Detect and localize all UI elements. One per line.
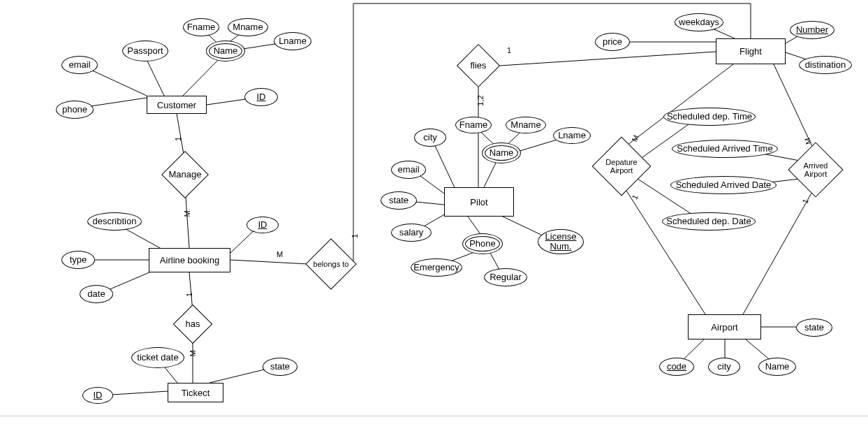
card-flies-1: 1 — [507, 46, 511, 54]
label: Lname — [558, 131, 586, 140]
label: ticket date — [137, 353, 178, 363]
entity-pilot: Pilot — [444, 187, 514, 217]
attr-pilot-regular: Regular — [484, 268, 527, 286]
attr-pilot-city: city — [414, 129, 446, 147]
svg-line-44 — [743, 186, 816, 314]
label: Scheduled dep. Time — [667, 112, 752, 122]
attr-airport-code: code — [659, 358, 694, 376]
attr-pilot-name: Name — [482, 143, 521, 163]
label: phone — [62, 105, 87, 115]
card-belongsto-m: M — [277, 250, 283, 258]
label: Regular — [490, 272, 522, 282]
svg-line-36 — [500, 52, 716, 66]
label: Number — [796, 25, 828, 35]
label: city — [423, 133, 437, 143]
label: price — [603, 37, 622, 47]
label: weekdays — [679, 17, 719, 27]
attr-pilot-email: email — [391, 161, 426, 179]
label: state — [270, 362, 290, 372]
label: Phone — [469, 239, 496, 249]
label: Name — [490, 148, 514, 158]
card-has-m: M — [189, 350, 197, 356]
attr-pilot-mname: Mname — [506, 117, 546, 133]
er-diagram-canvas: Customer email Passport Name Fname Mname… — [0, 0, 868, 431]
entity-flight: Flight — [716, 38, 786, 64]
label: Scheduled Arrived Date — [676, 180, 772, 190]
label: Lname — [279, 36, 307, 46]
attr-pilot-fname: Fname — [455, 117, 492, 133]
svg-line-23 — [432, 138, 457, 192]
attr-sched-arr-date: Scheduled Arrived Date — [670, 176, 777, 194]
card-belongsto-1: 1 — [351, 234, 359, 238]
label: email — [397, 165, 419, 175]
attr-pilot-salary: salary — [391, 224, 432, 242]
attr-customer-name: Name — [206, 41, 245, 61]
attr-booking-describtion: describtion — [87, 212, 142, 231]
label: type — [70, 255, 87, 265]
attr-customer-phone: phone — [56, 101, 94, 119]
label: email — [68, 60, 90, 70]
label: ID — [257, 92, 266, 102]
attr-sched-dep-date: Scheduled dep. Date — [662, 212, 756, 231]
attr-booking-type: type — [61, 251, 95, 269]
label: Passport — [127, 46, 163, 56]
label: Customer — [157, 100, 196, 110]
entity-customer: Customer — [147, 96, 207, 114]
attr-ticket-date: ticket date — [131, 347, 184, 368]
label: Name — [214, 46, 238, 56]
svg-line-3 — [183, 56, 222, 96]
attr-pilot-state: state — [381, 191, 417, 210]
label: Flight — [740, 46, 762, 57]
label: state — [389, 196, 409, 205]
attr-pilot-lname: Lname — [553, 127, 591, 144]
entity-ticket: Tickect — [168, 383, 223, 402]
label: Emergency — [413, 263, 459, 272]
card-manage-m: M — [183, 210, 191, 217]
attr-ticket-id: ID — [82, 387, 113, 404]
attr-customer-passport: Passport — [122, 41, 168, 61]
label: Mname — [233, 22, 263, 32]
attr-airport-state: state — [796, 319, 832, 337]
label: date — [87, 289, 105, 299]
attr-customer-fname: Fname — [183, 18, 219, 36]
attr-airport-name: Name — [758, 358, 796, 376]
label: Tickect — [182, 388, 210, 398]
attr-flight-price: price — [595, 33, 630, 51]
attr-sched-dep-time: Scheduled dep. Time — [663, 108, 756, 126]
card-flies-12: 1,2 — [476, 95, 485, 105]
label: city — [717, 362, 731, 372]
attr-ticket-state: state — [263, 358, 297, 376]
label: describtion — [93, 217, 137, 226]
attr-customer-id: ID — [244, 88, 278, 106]
attr-flight-number: Number — [790, 21, 834, 39]
label: ID — [258, 220, 267, 230]
label: Airport — [711, 322, 737, 333]
label: distination — [805, 60, 846, 70]
attr-pilot-license: License Num. — [538, 229, 584, 254]
attr-flight-weekdays: weekdays — [675, 13, 723, 31]
label: Pilot — [470, 197, 487, 207]
attr-customer-lname: Lname — [274, 32, 311, 50]
entity-airport: Airport — [688, 314, 761, 339]
label: Fname — [187, 22, 215, 32]
attr-booking-date: date — [80, 285, 113, 303]
label: License Num. — [540, 232, 582, 252]
label: Airline booking — [160, 255, 219, 265]
label: Scheduled dep. Date — [666, 217, 751, 226]
label: Fname — [459, 120, 487, 130]
attr-pilot-emergency: Emergency — [411, 258, 462, 277]
label: Mname — [510, 120, 540, 130]
card-has-1: 1 — [185, 293, 193, 297]
label: code — [667, 362, 686, 372]
svg-line-14 — [230, 260, 309, 264]
label: Scheduled Arrived Time — [677, 144, 772, 154]
attr-sched-arr-time: Scheduled Arrived Time — [672, 140, 778, 158]
attr-booking-id: ID — [247, 217, 279, 233]
svg-line-42 — [621, 183, 705, 314]
attr-flight-distination: distination — [799, 56, 852, 74]
label: salary — [399, 228, 424, 238]
attr-customer-email: email — [61, 56, 98, 74]
attr-airport-city: city — [708, 358, 740, 376]
label: state — [804, 323, 824, 333]
entity-airline-booking: Airline booking — [149, 248, 230, 272]
